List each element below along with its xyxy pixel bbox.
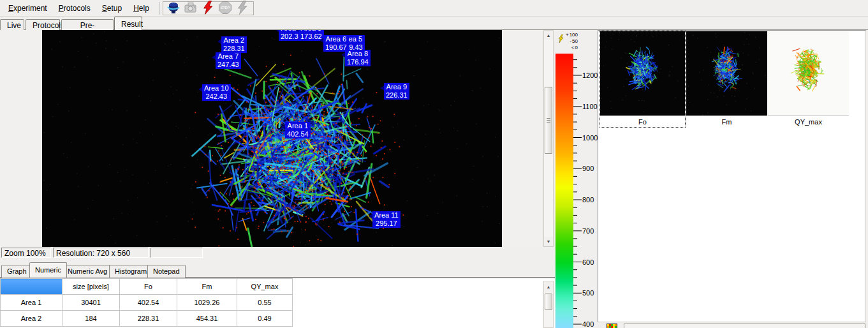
tab-live[interactable]: Live xyxy=(0,19,24,30)
area-label-area-2[interactable]: Area 2228.31 xyxy=(221,36,247,53)
svg-text:STOP: STOP xyxy=(221,6,230,10)
thumbnail-label: QY_max xyxy=(768,116,849,127)
results-table: size [pixels]FoFmQY_maxArea 130401402.54… xyxy=(0,278,293,327)
column-header-fm[interactable]: Fm xyxy=(177,279,237,295)
image-vertical-scrollbar[interactable]: ▲ ▼ xyxy=(543,30,554,247)
table-row: Area 130401402.541029.260.55 xyxy=(1,295,293,311)
tab-numeric[interactable]: Numeric xyxy=(29,262,67,278)
table-row: Area 2184228.31454.310.49 xyxy=(1,311,293,327)
menu-item-protocols[interactable]: Protocols xyxy=(53,1,96,15)
fluorescence-image[interactable]: Area 4202.37Area 3173.62Area 2228.31Area… xyxy=(42,30,502,247)
area-name: Area 7 xyxy=(217,52,239,61)
area-name: Area 11 xyxy=(374,211,399,220)
tab-result[interactable]: Result xyxy=(114,17,142,30)
thumbnail-image xyxy=(600,31,685,116)
data-cell[interactable]: 228.31 xyxy=(120,311,177,327)
thumb-grip-icon xyxy=(547,118,550,123)
table-corner-cell[interactable] xyxy=(1,279,63,295)
camera-icon xyxy=(166,1,181,16)
table-scroll-up-button[interactable]: ▲ xyxy=(544,282,553,292)
scroll-down-button[interactable]: ▼ xyxy=(544,237,553,246)
toolbar-button-camera-capture-icon xyxy=(182,2,200,15)
area-label-area-7[interactable]: Area 7247.43 xyxy=(216,52,241,69)
tab-graph[interactable]: Graph xyxy=(1,265,33,278)
area-value: 173.62 xyxy=(300,33,322,41)
data-cell[interactable]: 0.55 xyxy=(237,295,293,311)
colorbar-tick-label: 400 xyxy=(582,321,594,328)
area-value: 242.43 xyxy=(204,93,229,101)
colorbar-tick-label: 1200 xyxy=(582,72,598,79)
tab-notepad[interactable]: Notepad xyxy=(147,265,186,278)
area-name: Area 8 xyxy=(347,50,369,58)
image-viewer: Area 4202.37Area 3173.62Area 2228.31Area… xyxy=(0,30,555,247)
menu-bar: ExperimentProtocolsSetupHelp STOP xyxy=(0,0,868,17)
data-cell[interactable]: 0.49 xyxy=(237,311,293,327)
area-value: 295.17 xyxy=(374,220,399,228)
data-cell[interactable]: 184 xyxy=(63,311,120,327)
menu-item-setup[interactable]: Setup xyxy=(96,1,128,15)
table-header-row: size [pixels]FoFmQY_max xyxy=(1,279,293,295)
table-vertical-scrollbar[interactable]: ▲ xyxy=(543,281,554,328)
status-extra xyxy=(151,248,203,258)
area-label-area-10[interactable]: Area 10242.43 xyxy=(202,84,231,101)
data-cell[interactable]: 402.54 xyxy=(120,295,177,311)
area-value: 402.54 xyxy=(287,130,309,138)
table-scrollbar-thumb[interactable] xyxy=(545,294,552,310)
area-label-area-1[interactable]: Area 1402.54 xyxy=(285,122,311,138)
tab-pre-processing[interactable]: Pre-Processing xyxy=(61,19,114,30)
area-value: 176.94 xyxy=(347,58,369,66)
area-name: Area 1 xyxy=(287,122,309,130)
column-header-size-pixels[interactable]: size [pixels] xyxy=(63,279,120,295)
thumbnail-fm[interactable]: Fm xyxy=(686,31,767,127)
toolbar-button-lightning-disabled-icon xyxy=(234,2,251,15)
colorbar-tick-label: 800 xyxy=(582,197,594,204)
frames-horizontal-scrollbar[interactable] xyxy=(624,324,865,328)
tab-histogram[interactable]: Histogram xyxy=(109,265,152,278)
menu-item-experiment[interactable]: Experiment xyxy=(3,1,53,15)
frames-panel-bottom-bar xyxy=(598,322,868,328)
thumbnail-qy-max[interactable]: QY_max xyxy=(768,31,849,127)
tab-protocols[interactable]: Protocols xyxy=(26,19,60,30)
area-value: 247.43 xyxy=(217,61,239,69)
area-label-area-8[interactable]: Area 8176.94 xyxy=(345,50,371,66)
toolbar-button-camera-icon[interactable] xyxy=(165,2,182,15)
numeric-table-panel: size [pixels]FoFmQY_maxArea 130401402.54… xyxy=(0,278,555,328)
main-tab-bar: LiveProtocolsPre-ProcessingResult xyxy=(0,17,868,30)
thumbnail-fo[interactable]: Fo xyxy=(600,31,685,127)
colorbar-tick-label: 1000 xyxy=(582,135,598,142)
column-header-fo[interactable]: Fo xyxy=(120,279,177,295)
colorbar-tick-label: 700 xyxy=(582,228,594,235)
thumbnail-label: Fm xyxy=(686,116,767,127)
data-cell[interactable]: 30401 xyxy=(63,295,120,311)
triangle-down-icon: ▼ xyxy=(547,239,551,244)
row-header-cell[interactable]: Area 2 xyxy=(1,311,63,327)
data-cell[interactable]: 1029.26 xyxy=(177,295,237,311)
status-resolution: Resolution: 720 x 560 xyxy=(53,248,149,258)
area-name: Area 9 xyxy=(386,83,408,91)
data-cell[interactable]: 454.31 xyxy=(177,311,237,327)
area-label-area-11[interactable]: Area 11295.17 xyxy=(372,211,401,228)
colorbar-tick-label: 500 xyxy=(582,290,594,297)
scroll-up-button[interactable]: ▲ xyxy=(544,31,553,40)
column-header-qy-max[interactable]: QY_max xyxy=(237,279,293,295)
camera-capture-icon xyxy=(183,1,198,16)
colorbar-panel: +100-50<0 120011001000900800700600500400 xyxy=(555,30,598,328)
row-header-cell[interactable]: Area 1 xyxy=(1,295,63,311)
colorbar-tick-label: 900 xyxy=(582,165,594,172)
triangle-up-icon: ▲ xyxy=(547,285,551,289)
toolbar-button-stop-icon: STOP xyxy=(217,2,234,15)
palette-icon[interactable] xyxy=(607,324,617,328)
area-label-area-9[interactable]: Area 9226.31 xyxy=(384,83,409,100)
status-bar: Zoom 100% Resolution: 720 x 560 xyxy=(0,247,555,258)
menu-item-help[interactable]: Help xyxy=(128,1,155,15)
scrollbar-thumb[interactable] xyxy=(545,87,552,154)
tab-numeric-avg[interactable]: Numeric Avg xyxy=(62,265,113,278)
lightning-disabled-icon xyxy=(235,1,249,16)
result-frames-panel: FoFmQY_max xyxy=(598,30,866,322)
thumbnail-label: Fo xyxy=(600,116,685,127)
result-tab-bar: GraphNumericNumeric AvgHistogramNotepad xyxy=(0,258,555,278)
area-name: Area 2 xyxy=(223,36,245,45)
status-zoom: Zoom 100% xyxy=(1,248,51,258)
lightning-icon xyxy=(201,1,215,16)
toolbar-button-lightning-icon[interactable] xyxy=(200,2,217,15)
